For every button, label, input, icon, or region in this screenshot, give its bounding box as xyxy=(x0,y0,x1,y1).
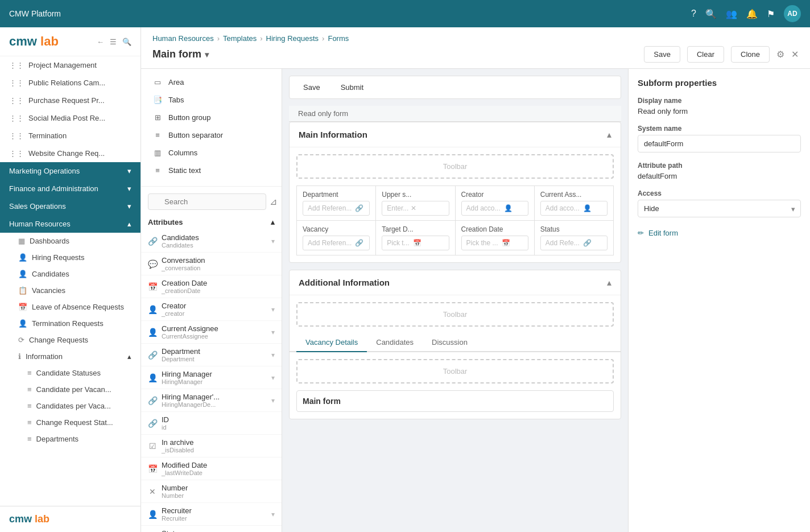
chevron-recruiter: ▾ xyxy=(271,510,275,518)
sidebar-item-public-relations[interactable]: ⋮⋮ Public Relations Cam... xyxy=(0,74,140,92)
input-target-d[interactable]: Pick t... 📅 xyxy=(382,236,449,250)
sidebar-group-hr[interactable]: Human Resources ▴ xyxy=(0,215,140,233)
tab-candidates[interactable]: Candidates xyxy=(367,333,423,352)
rp-system-name-input[interactable] xyxy=(638,135,801,152)
sidebar-item-change-requests[interactable]: ⟳ Change Requests xyxy=(0,332,140,348)
sidebar-item-candidate-statuses[interactable]: ≡ Candidate Statuses xyxy=(0,365,140,381)
save-button[interactable]: Save xyxy=(644,46,680,63)
sidebar-item-termination-requests[interactable]: 👤 Termination Requests xyxy=(0,315,140,332)
close-icon[interactable]: ✕ xyxy=(791,49,799,60)
input-creation-date[interactable]: Pick the ... 📅 xyxy=(461,236,528,250)
sidebar-menu-icon[interactable]: ☰ xyxy=(110,38,117,46)
canvas-submit-btn[interactable]: Submit xyxy=(336,81,368,94)
input-current-ass[interactable]: Add acco... 👤 xyxy=(540,201,608,216)
sidebar-item-candidates-per-vaca[interactable]: ≡ Candidates per Vaca... xyxy=(0,398,140,414)
element-area[interactable]: ▭ Area xyxy=(141,73,282,91)
sidebar-group-sales[interactable]: Sales Operations ▾ xyxy=(0,197,140,215)
users-icon[interactable]: 👥 xyxy=(726,9,737,19)
attr-recruiter[interactable]: 👤 Recruiter Recruiter ▾ xyxy=(141,503,282,526)
sidebar-item-purchase-request[interactable]: ⋮⋮ Purchase Request Pr... xyxy=(0,92,140,109)
sidebar-item-candidates[interactable]: 👤 Candidates xyxy=(0,266,140,282)
sidebar-group-finance[interactable]: Finance and Administration ▾ xyxy=(0,180,140,197)
element-button-separator[interactable]: ≡ Button separator xyxy=(141,126,282,144)
clone-button[interactable]: Clone xyxy=(731,46,770,63)
settings-icon[interactable]: ⚙ xyxy=(776,49,784,60)
element-columns[interactable]: ▥ Columns xyxy=(141,144,282,162)
chevron-up-icon: ▴ xyxy=(127,220,131,228)
tab-vacancy-details[interactable]: Vacancy Details xyxy=(296,333,367,352)
element-static-text[interactable]: ≡ Static text xyxy=(141,162,282,179)
process-icon-6: ⋮⋮ xyxy=(9,149,24,158)
logo: cmw lab xyxy=(9,34,59,49)
breadcrumb-forms[interactable]: Forms xyxy=(328,34,349,43)
input-department[interactable]: Add Referen... 🔗 xyxy=(303,201,370,216)
attr-current-assignee[interactable]: 👤 Current Assignee CurrentAssignee ▾ xyxy=(141,321,282,344)
rp-display-name-field: Display name Read only form xyxy=(638,97,801,116)
clear-button[interactable]: Clear xyxy=(687,46,724,63)
form-title[interactable]: Main form ▾ xyxy=(152,48,209,60)
sidebar-item-dashboards[interactable]: ▦ Dashboards xyxy=(0,233,140,249)
sidebar-item-website-change[interactable]: ⋮⋮ Website Change Req... xyxy=(0,145,140,162)
link-icon-status-input: 🔗 xyxy=(583,239,592,247)
calendar-icon-target: 📅 xyxy=(413,239,421,247)
attr-conversation[interactable]: 💬 Conversation _conversation xyxy=(141,253,282,275)
input-creator[interactable]: Add acco... 👤 xyxy=(461,201,528,216)
attr-modified-date[interactable]: 📅 Modified Date _lastWriteDate xyxy=(141,457,282,480)
element-tabs[interactable]: 📑 Tabs xyxy=(141,91,282,109)
breadcrumb-hr[interactable]: Human Resources xyxy=(152,34,214,43)
list-icon-4: ≡ xyxy=(27,418,32,427)
chevron-assignee: ▾ xyxy=(271,328,275,336)
sidebar-item-vacancies[interactable]: 📋 Vacancies xyxy=(0,282,140,299)
attr-creation-date[interactable]: 📅 Creation Date _creationDate xyxy=(141,275,282,298)
element-button-group[interactable]: ⊞ Button group xyxy=(141,109,282,126)
input-status[interactable]: Add Refe... 🔗 xyxy=(540,236,608,250)
search-wrapper: 🔍 xyxy=(148,193,266,210)
top-nav-icons: ? 🔍 👥 🔔 ⚑ AD xyxy=(691,5,801,22)
sidebar-item-social-media[interactable]: ⋮⋮ Social Media Post Re... xyxy=(0,109,140,127)
breadcrumb-hiring-requests[interactable]: Hiring Requests xyxy=(266,34,319,43)
flag-icon[interactable]: ⚑ xyxy=(767,9,775,19)
search-icon[interactable]: 🔍 xyxy=(705,9,717,19)
rp-attribute-path-value: defaultForm xyxy=(638,172,801,180)
sidebar-search-icon[interactable]: 🔍 xyxy=(122,38,131,46)
attr-number[interactable]: ✕ Number Number xyxy=(141,480,282,503)
sidebar-collapse-icon[interactable]: ← xyxy=(97,38,104,46)
collapse-main-icon[interactable]: ▴ xyxy=(607,129,611,140)
input-upper-s[interactable]: Enter... ✕ xyxy=(382,201,449,216)
attr-department[interactable]: 🔗 Department Department ▾ xyxy=(141,344,282,366)
bell-icon[interactable]: 🔔 xyxy=(746,9,758,19)
collapse-additional-icon[interactable]: ▴ xyxy=(607,277,611,288)
form-canvas: Save Submit Read only form Main Informat… xyxy=(282,69,628,532)
subform-label: Main form xyxy=(303,397,608,406)
attr-candidates[interactable]: 🔗 Candidates Candidates ▾ xyxy=(141,230,282,253)
sidebar-item-change-request-stat[interactable]: ≡ Change Request Stat... xyxy=(0,414,140,431)
search-input[interactable] xyxy=(148,193,266,210)
process-icon: ⋮⋮ xyxy=(9,61,24,69)
help-icon[interactable]: ? xyxy=(691,9,696,19)
sidebar-item-termination[interactable]: ⋮⋮ Termination xyxy=(0,127,140,145)
rp-access-select[interactable]: Hide Show Read only xyxy=(638,200,801,217)
separator-icon: ≡ xyxy=(152,131,163,139)
attr-in-archive[interactable]: ☑ In archive _isDisabled xyxy=(141,435,282,457)
input-vacancy[interactable]: Add Referen... 🔗 xyxy=(303,236,370,250)
attr-hiring-manager-dept[interactable]: 🔗 Hiring Manager'... HiringManagerDe... … xyxy=(141,389,282,412)
sidebar-item-hiring-requests[interactable]: 👤 Hiring Requests xyxy=(0,249,140,266)
sidebar-item-departments[interactable]: ≡ Departments xyxy=(0,431,140,447)
tab-discussion[interactable]: Discussion xyxy=(423,333,477,352)
sidebar-item-candidate-per-vacan[interactable]: ≡ Candidate per Vacan... xyxy=(0,381,140,398)
filter-icon[interactable]: ⊿ xyxy=(270,196,277,207)
sidebar-group-marketing[interactable]: Marketing Operations ▾ xyxy=(0,162,140,180)
attr-id[interactable]: 🔗 ID id xyxy=(141,412,282,435)
canvas-save-btn[interactable]: Save xyxy=(299,81,325,94)
attributes-collapse-icon[interactable]: ▴ xyxy=(271,218,275,226)
attr-creator[interactable]: 👤 Creator _creator ▾ xyxy=(141,298,282,321)
calendar-icon-creation-input: 📅 xyxy=(502,239,510,247)
attr-hiring-manager[interactable]: 👤 Hiring Manager HiringManager ▾ xyxy=(141,366,282,389)
sidebar-item-leave-requests[interactable]: 📅 Leave of Absence Requests xyxy=(0,299,140,315)
sidebar-item-information[interactable]: ℹ Information ▴ xyxy=(0,348,140,365)
avatar[interactable]: AD xyxy=(784,5,801,22)
attr-status[interactable]: 🔗 Status Status ▾ xyxy=(141,526,282,532)
edit-form-button[interactable]: ✏ Edit form xyxy=(638,229,678,237)
breadcrumb-templates[interactable]: Templates xyxy=(223,34,257,43)
sidebar-item-project-mgmt[interactable]: ⋮⋮ Project Management xyxy=(0,56,140,74)
